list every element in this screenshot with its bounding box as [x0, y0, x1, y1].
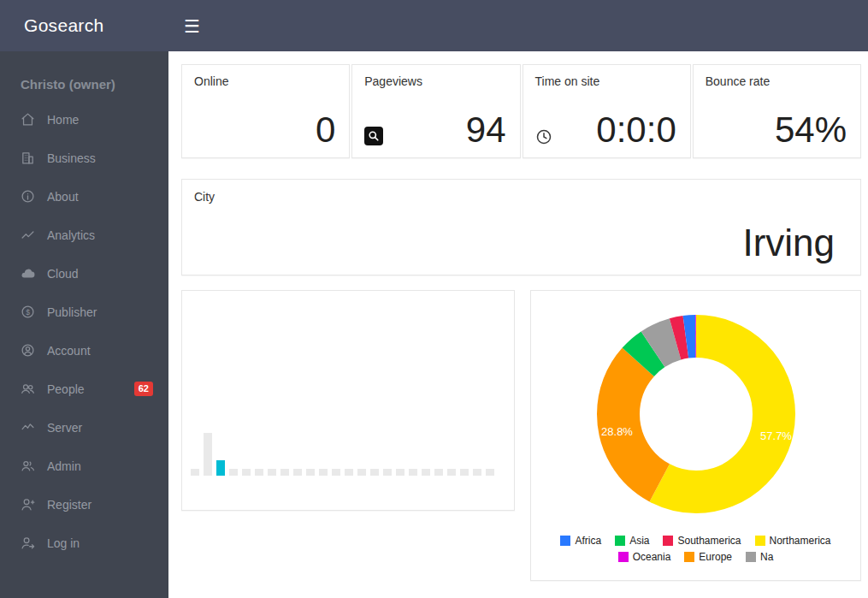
main-content: Online 0 Pageviews 94 Time on site 0:0:0… — [168, 51, 868, 594]
sidebar-item-label: Business — [47, 151, 96, 165]
sidebar-item-label: Admin — [47, 459, 81, 473]
search-icon — [364, 127, 383, 145]
people-icon — [21, 382, 35, 396]
account-icon — [21, 343, 35, 358]
person-add-icon — [21, 497, 35, 512]
sidebar-item-label: People — [47, 382, 85, 396]
sidebar-item-login[interactable]: Log in — [0, 524, 168, 562]
bar — [191, 469, 199, 476]
legend-item-southamerica: Southamerica — [663, 535, 741, 547]
bar-chart-card — [181, 290, 515, 511]
legend-swatch — [684, 552, 694, 562]
bar — [268, 469, 276, 476]
stat-value: 0:0:0 — [596, 110, 676, 151]
sidebar-item-label: Log in — [47, 536, 80, 550]
legend-swatch — [663, 536, 673, 546]
owner-label: Christo (owner) — [0, 51, 168, 95]
cloud-icon — [21, 266, 35, 281]
stat-card-pageviews: Pageviews 94 — [351, 64, 520, 158]
svg-text:$: $ — [26, 308, 30, 317]
legend-item-na: Na — [746, 551, 773, 563]
sidebar-item-cloud[interactable]: Cloud — [0, 254, 168, 293]
sidebar-item-admin[interactable]: Admin — [0, 447, 168, 485]
bar — [383, 469, 392, 476]
bar — [345, 469, 353, 476]
city-label: City — [194, 190, 848, 204]
legend-swatch — [618, 552, 629, 562]
line-chart-icon — [21, 228, 35, 242]
sidebar-item-register[interactable]: Register — [0, 485, 168, 524]
bar — [460, 469, 469, 476]
sidebar-item-server[interactable]: Server — [0, 408, 168, 447]
building-icon — [21, 151, 35, 165]
stats-row: Online 0 Pageviews 94 Time on site 0:0:0… — [181, 64, 861, 158]
bar — [204, 433, 212, 476]
city-value: Irving — [742, 222, 835, 264]
stat-card-bounce-rate: Bounce rate 54% — [693, 64, 861, 158]
sidebar-item-publisher[interactable]: $ Publisher — [0, 293, 168, 331]
login-person-icon — [21, 536, 35, 550]
legend-label: Asia — [629, 535, 649, 547]
bar — [370, 469, 379, 476]
stat-label: Online — [194, 74, 259, 91]
home-icon — [21, 112, 35, 127]
sidebar-item-label: About — [47, 190, 79, 204]
bar-chart — [191, 433, 494, 476]
bar — [229, 469, 238, 476]
admin-people-icon — [21, 459, 35, 473]
legend-label: Africa — [575, 535, 601, 547]
charts-row: 28.8% 57.7% AfricaAsiaSouthamericaNortha… — [181, 290, 861, 581]
legend-item-africa: Africa — [560, 535, 601, 547]
hamburger-menu-icon[interactable]: ☰ — [184, 17, 200, 35]
sidebar-item-label: Publisher — [47, 305, 97, 319]
bar — [255, 469, 263, 476]
dollar-circle-icon: $ — [21, 305, 35, 319]
sidebar: Christo (owner) Home Business About Anal… — [0, 51, 168, 598]
sidebar-item-about[interactable]: About — [0, 177, 168, 216]
legend-swatch — [746, 552, 756, 562]
legend-row-1: AfricaAsiaSouthamericaNorthamerica — [531, 535, 860, 547]
bar — [293, 469, 302, 476]
sidebar-item-home[interactable]: Home — [0, 100, 168, 139]
bar — [357, 469, 366, 476]
sidebar-item-analytics[interactable]: Analytics — [0, 216, 168, 254]
bar — [396, 469, 404, 476]
sidebar-item-label: Cloud — [47, 267, 79, 281]
legend-swatch — [615, 536, 625, 546]
legend-item-northamerica: Northamerica — [755, 535, 831, 547]
legend-label: Oceania — [633, 551, 671, 563]
donut-svg — [585, 303, 807, 525]
clock-icon — [535, 128, 552, 145]
donut-chart: 28.8% 57.7% — [585, 303, 807, 525]
stat-label: Bounce rate — [706, 74, 771, 91]
people-count-badge: 62 — [134, 382, 153, 396]
bar — [319, 469, 328, 476]
stat-card-online: Online 0 — [181, 64, 350, 158]
bar — [447, 469, 456, 476]
stat-value: 54% — [775, 110, 847, 151]
legend-swatch — [755, 536, 765, 546]
sidebar-item-account[interactable]: Account — [0, 331, 168, 370]
info-icon — [21, 189, 35, 204]
sidebar-item-business[interactable]: Business — [0, 139, 168, 177]
sidebar-item-label: Account — [47, 344, 91, 358]
sidebar-item-label: Register — [47, 498, 92, 512]
stat-label: Pageviews — [364, 74, 429, 91]
legend-item-oceania: Oceania — [618, 551, 671, 563]
sidebar-item-label: Analytics — [47, 228, 95, 242]
bar — [306, 469, 315, 476]
bar — [280, 469, 289, 476]
sidebar-item-label: Home — [47, 113, 79, 127]
legend-swatch — [560, 536, 570, 546]
legend-label: Europe — [699, 551, 732, 563]
bar — [409, 469, 417, 476]
legend-item-europe: Europe — [684, 551, 732, 563]
sidebar-item-people[interactable]: People 62 — [0, 370, 168, 408]
stat-label: Time on site — [535, 74, 600, 91]
bar — [473, 469, 481, 476]
legend-row-2: OceaniaEuropeNa — [531, 551, 860, 563]
city-card: City Irving — [181, 179, 861, 275]
sidebar-menu: Home Business About Analytics Cloud $ Pu… — [0, 100, 168, 562]
bar — [216, 460, 225, 476]
server-chart-icon — [21, 420, 35, 435]
